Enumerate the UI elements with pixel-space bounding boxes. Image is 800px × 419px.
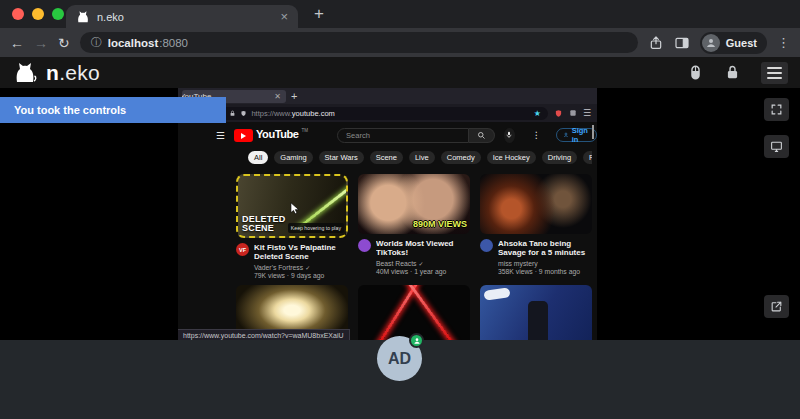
window-minimize-button[interactable] xyxy=(32,8,44,20)
profile-label: Guest xyxy=(726,37,757,49)
video-thumbnail[interactable] xyxy=(480,174,592,234)
remote-menu-icon[interactable]: ☰ xyxy=(583,108,591,118)
video-meta: 358K views · 9 months ago xyxy=(498,268,592,275)
video-card[interactable]: Ahsoka Tano being Savage for a 5 minutes… xyxy=(480,174,592,279)
resolution-button[interactable] xyxy=(764,135,789,158)
video-thumbnail[interactable] xyxy=(358,285,470,340)
thumbnail-overlay-text: 890M VIEWS xyxy=(413,219,467,229)
profile-avatar-icon xyxy=(702,34,720,52)
voice-search-button[interactable] xyxy=(504,128,515,143)
screen: n.eko × + ← → ↻ ⓘ localhost :8080 Guest … xyxy=(0,0,800,419)
search-button[interactable] xyxy=(469,128,495,143)
video-title[interactable]: Kit Fisto Vs Palpatine Deleted Scene xyxy=(254,243,348,262)
forward-button[interactable]: → xyxy=(34,35,48,51)
remote-shield-icon xyxy=(240,110,247,117)
window-zoom-button[interactable] xyxy=(52,8,64,20)
channel-avatar[interactable] xyxy=(358,239,371,252)
remote-tab-close-icon[interactable]: ✕ xyxy=(274,92,281,101)
video-thumbnail[interactable]: DELETED SCENE Keep hovering to play xyxy=(236,174,348,238)
window-controls xyxy=(12,8,64,20)
user-avatar[interactable]: AD xyxy=(377,336,422,381)
sign-in-button[interactable]: Sign in xyxy=(556,128,597,142)
host-presence-badge xyxy=(409,333,424,348)
youtube-logo[interactable]: YouTube TM xyxy=(234,128,308,142)
chip-star-wars[interactable]: Star Wars xyxy=(319,151,364,164)
window-close-button[interactable] xyxy=(12,8,24,20)
link-status-bar: https://www.youtube.com/watch?v=waMU8bxE… xyxy=(178,329,350,340)
chip-scene[interactable]: Scene xyxy=(370,151,403,164)
video-thumbnail[interactable] xyxy=(480,285,592,340)
remote-screen[interactable]: YouTube ✕ + → ✕ ↻ xyxy=(178,88,762,340)
youtube-guide-icon[interactable]: ☰ xyxy=(216,130,225,141)
fullscreen-icon xyxy=(770,103,783,116)
video-meta: 40M views · 1 year ago xyxy=(376,268,470,275)
adblock-icon[interactable] xyxy=(554,109,563,118)
url-port: :8080 xyxy=(159,37,188,49)
mouse-control-icon[interactable] xyxy=(687,64,704,81)
chip-ice-hockey[interactable]: Ice Hockey xyxy=(487,151,536,164)
neko-header: n.eko xyxy=(0,57,800,88)
channel-name[interactable]: Beast Reacts xyxy=(376,260,416,267)
hover-tooltip: Keep hovering to play xyxy=(288,223,344,233)
chip-live[interactable]: Live xyxy=(409,151,435,164)
browser-menu-icon[interactable]: ⋮ xyxy=(777,35,790,50)
scrollbar-thumb[interactable] xyxy=(592,125,594,139)
back-button[interactable]: ← xyxy=(10,35,24,51)
chip-all[interactable]: All xyxy=(248,151,268,164)
new-tab-button[interactable]: + xyxy=(314,4,324,24)
tab-close-icon[interactable]: × xyxy=(280,9,288,24)
chip-role-playing-games[interactable]: Role-Playing Games xyxy=(583,151,592,164)
bookmark-star-icon[interactable]: ★ xyxy=(534,109,541,118)
neko-cat-icon xyxy=(76,10,90,24)
channel-avatar[interactable] xyxy=(480,239,493,252)
video-title[interactable]: Worlds Most Viewed TikToks! xyxy=(376,239,470,258)
search-input[interactable]: Search xyxy=(337,128,469,143)
video-thumbnail[interactable]: 890M VIEWS xyxy=(358,174,470,234)
video-card[interactable]: 890M VIEWS Worlds Most Viewed TikToks! B… xyxy=(358,174,470,279)
remote-nav-bar: → ✕ ↻ https://www.youtube.com ★ xyxy=(178,104,597,122)
share-icon[interactable] xyxy=(648,35,664,51)
neko-logo-icon xyxy=(12,61,38,85)
video-card[interactable] xyxy=(480,285,592,340)
lock-icon[interactable] xyxy=(724,64,741,81)
youtube-tm: TM xyxy=(302,128,309,133)
video-grid: DELETED SCENE Keep hovering to play VF K… xyxy=(236,174,592,340)
remote-screen-area[interactable]: YouTube ✕ + → ✕ ↻ xyxy=(0,88,800,340)
chip-driving[interactable]: Driving xyxy=(542,151,577,164)
verified-icon: ✓ xyxy=(305,264,310,271)
channel-name[interactable]: Vader's Fortress xyxy=(254,264,303,271)
youtube-page: ☰ YouTube TM Search xyxy=(178,122,597,340)
extension-icon[interactable] xyxy=(569,109,577,117)
channel-name[interactable]: miss mystery xyxy=(498,260,538,267)
video-title[interactable]: Ahsoka Tano being Savage for a 5 minutes… xyxy=(498,239,592,258)
browser-toolbar: ← → ↻ ⓘ localhost :8080 Guest ⋮ xyxy=(0,28,800,57)
brand-bold: n xyxy=(46,61,59,84)
video-card[interactable] xyxy=(358,285,470,340)
channel-avatar[interactable]: VF xyxy=(236,243,249,256)
person-icon xyxy=(413,337,421,345)
video-card[interactable]: DELETED SCENE Keep hovering to play VF K… xyxy=(236,174,348,279)
remote-url-bar[interactable]: ↻ https://www.youtube.com ★ xyxy=(213,107,548,120)
open-external-button[interactable] xyxy=(764,295,789,318)
neko-brand: n.eko xyxy=(46,61,100,85)
avatar-initials: AD xyxy=(388,350,411,368)
fullscreen-button[interactable] xyxy=(764,98,789,121)
youtube-logo-text: YouTube xyxy=(256,128,299,140)
address-bar[interactable]: ⓘ localhost :8080 xyxy=(80,32,638,53)
remote-firefox-window: YouTube ✕ + → ✕ ↻ xyxy=(178,88,597,340)
chip-gaming[interactable]: Gaming xyxy=(274,151,312,164)
mic-icon xyxy=(505,131,513,139)
search-icon xyxy=(477,131,486,140)
neko-menu-button[interactable] xyxy=(761,62,788,84)
browser-tab[interactable]: n.eko × xyxy=(66,5,298,28)
chip-comedy[interactable]: Comedy xyxy=(441,151,481,164)
remote-new-tab-button[interactable]: + xyxy=(291,90,297,102)
youtube-menu-icon[interactable]: ⋮ xyxy=(532,130,541,140)
remote-url-prefix: https://www. xyxy=(251,109,291,118)
reload-button[interactable]: ↻ xyxy=(58,35,70,51)
site-info-icon[interactable]: ⓘ xyxy=(91,35,102,50)
side-panel-icon[interactable] xyxy=(674,35,690,51)
profile-button[interactable]: Guest xyxy=(700,32,767,54)
youtube-header: ☰ YouTube TM Search xyxy=(178,122,597,148)
browser-tab-strip: n.eko × + xyxy=(0,0,800,28)
